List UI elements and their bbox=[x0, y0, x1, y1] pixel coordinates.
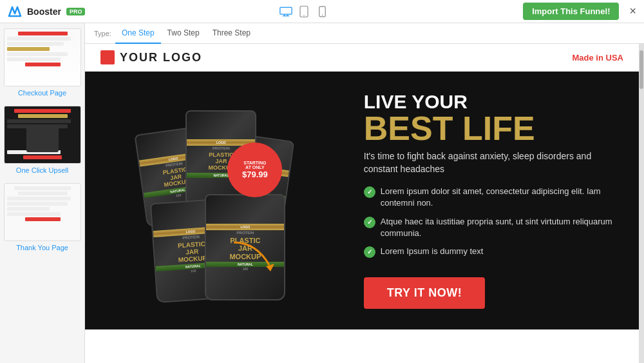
tab-three-step[interactable]: Three Step bbox=[206, 23, 257, 44]
preview-area: YOUR LOGO Made in USA LOGO PROTEIN PLA bbox=[85, 44, 639, 363]
upsell-label: One Click Upsell bbox=[4, 166, 80, 174]
hero-subtitle: It's time to fight back against anxiety,… bbox=[364, 150, 620, 175]
sidebar-item-checkout[interactable]: Checkout Page bbox=[4, 28, 80, 97]
price-badge: STARTINGAT ONLY $79.99 bbox=[227, 142, 282, 197]
close-button[interactable]: × bbox=[629, 5, 636, 18]
logo-text: YOUR LOGO bbox=[120, 51, 202, 64]
hero-text-area: LIVE YOUR BEST LIFE It's time to fight b… bbox=[351, 72, 639, 329]
svg-rect-1 bbox=[280, 7, 292, 14]
sidebar: Checkout Page One Click Upsell bbox=[0, 23, 85, 363]
preview-logo: YOUR LOGO bbox=[100, 50, 202, 64]
check-icon-2 bbox=[364, 217, 375, 228]
headline-main: BEST LIFE bbox=[364, 112, 620, 145]
check-icon-3 bbox=[364, 246, 375, 258]
check-icon-1 bbox=[364, 186, 375, 198]
cta-button[interactable]: TRY IT NOW! bbox=[364, 277, 486, 309]
brand-name: Booster bbox=[27, 6, 61, 17]
thankyou-thumbnail bbox=[4, 183, 81, 241]
arrow-icon bbox=[231, 239, 282, 271]
feature-list: Lorem ipsum dolor sit amet, consectetur … bbox=[364, 186, 620, 264]
booster-logo-icon bbox=[8, 5, 22, 19]
price-starting: STARTINGAT ONLY bbox=[243, 161, 266, 170]
tab-one-step[interactable]: One Step bbox=[115, 23, 161, 44]
checkout-thumbnail bbox=[4, 28, 81, 86]
main-layout: Checkout Page One Click Upsell bbox=[0, 23, 644, 363]
mobile-device-button[interactable] bbox=[316, 6, 328, 17]
feature-text-1: Lorem ipsum dolor sit amet, consectetur … bbox=[381, 186, 620, 209]
feature-item-1: Lorem ipsum dolor sit amet, consectetur … bbox=[364, 186, 620, 209]
preview-header: YOUR LOGO Made in USA bbox=[85, 44, 639, 72]
svg-point-6 bbox=[304, 15, 305, 16]
content-area: Type: One Step Two Step Three Step YOUR … bbox=[85, 23, 644, 363]
tablet-device-button[interactable] bbox=[298, 6, 310, 17]
desktop-device-button[interactable] bbox=[279, 6, 292, 17]
hero-section: LOGO PROTEIN PLASTICJARMOCKUP NATURAL 10… bbox=[85, 72, 639, 329]
hero-product-area: LOGO PROTEIN PLASTICJARMOCKUP NATURAL 10… bbox=[85, 72, 351, 329]
feature-text-2: Atque haec ita iustitiae propria sunt, u… bbox=[381, 216, 620, 239]
headline-top: LIVE YOUR bbox=[364, 92, 620, 112]
thankyou-label: Thank You Page bbox=[4, 244, 80, 251]
pro-badge: PRO bbox=[66, 8, 86, 15]
svg-marker-9 bbox=[266, 264, 274, 271]
brand-area: Booster PRO bbox=[8, 5, 85, 19]
product-group: LOGO PROTEIN PLASTICJARMOCKUP NATURAL 10… bbox=[128, 104, 308, 297]
device-switcher bbox=[279, 6, 328, 17]
feature-item-3: Lorem Ipsum is dummy text bbox=[364, 246, 620, 258]
tab-two-step[interactable]: Two Step bbox=[161, 23, 206, 44]
scrollbar[interactable] bbox=[639, 44, 644, 363]
scrollbar-thumb[interactable] bbox=[639, 50, 643, 89]
sidebar-item-thankyou[interactable]: Thank You Page bbox=[4, 183, 80, 251]
upsell-thumbnail bbox=[4, 106, 81, 164]
tab-bar: Type: One Step Two Step Three Step bbox=[85, 23, 644, 44]
feature-text-3: Lorem Ipsum is dummy text bbox=[381, 246, 484, 257]
checkout-label: Checkout Page bbox=[4, 89, 80, 97]
made-in-usa-label: Made in USA bbox=[573, 53, 623, 63]
feature-item-2: Atque haec ita iustitiae propria sunt, u… bbox=[364, 216, 620, 239]
top-bar: Booster PRO Import bbox=[0, 0, 644, 23]
import-funnel-button[interactable]: Import This Funnel! bbox=[523, 3, 619, 20]
price-value: $79.99 bbox=[242, 170, 268, 179]
logo-square bbox=[100, 50, 115, 64]
svg-point-8 bbox=[321, 14, 323, 15]
sidebar-item-upsell[interactable]: One Click Upsell bbox=[4, 106, 80, 174]
type-label: Type: bbox=[94, 30, 111, 37]
svg-marker-0 bbox=[9, 7, 21, 16]
